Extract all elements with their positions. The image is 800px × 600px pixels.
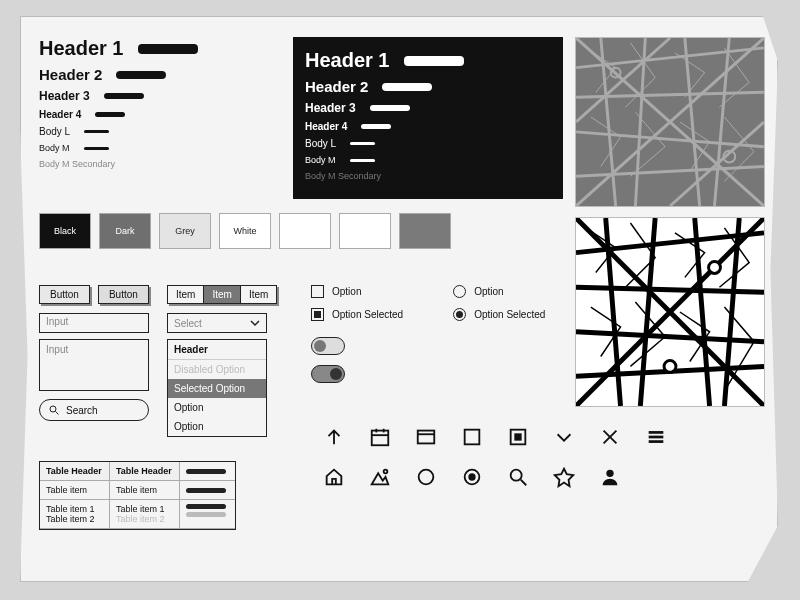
- segment-item[interactable]: Item: [204, 286, 240, 303]
- option-label: Option Selected: [332, 309, 403, 320]
- select-placeholder: Select: [174, 318, 202, 329]
- button-default[interactable]: Button: [39, 285, 90, 304]
- calendar-icon: [369, 426, 391, 448]
- listbox-header: Header: [168, 340, 266, 360]
- segment-item[interactable]: Item: [168, 286, 204, 303]
- input-placeholder: Input: [46, 316, 68, 327]
- map-grey: [575, 37, 765, 207]
- color-swatch[interactable]: Dark: [99, 213, 151, 249]
- scribble-icon: [186, 488, 226, 493]
- scribble-icon: [138, 44, 198, 54]
- svg-point-30: [664, 360, 676, 372]
- option-label: Option: [332, 286, 361, 297]
- svg-rect-8: [465, 430, 480, 445]
- square-icon: [461, 426, 483, 448]
- radio-checked[interactable]: [453, 308, 466, 321]
- listbox-option[interactable]: Option: [168, 417, 266, 436]
- svg-point-24: [606, 470, 613, 477]
- scribble-icon: [95, 112, 125, 117]
- checkbox-checked[interactable]: [311, 308, 324, 321]
- table-header: Table Header: [110, 462, 180, 481]
- table-cell: Table item 1 Table item 2: [110, 500, 180, 529]
- svg-rect-6: [418, 431, 435, 444]
- textarea-input[interactable]: Input: [39, 339, 149, 391]
- scribble-icon: [84, 130, 109, 133]
- radio-unchecked[interactable]: [453, 285, 466, 298]
- body-secondary-label: Body M Secondary: [39, 159, 115, 169]
- body-m-label: Body M: [39, 143, 70, 153]
- icon-grid: [311, 417, 679, 497]
- toggle-on[interactable]: [311, 365, 345, 383]
- svg-point-18: [419, 470, 434, 485]
- image-icon: [369, 466, 391, 488]
- svg-point-17: [384, 470, 388, 474]
- listbox: Header Disabled OptionSelected OptionOpt…: [167, 339, 267, 437]
- color-swatch[interactable]: Black: [39, 213, 91, 249]
- scribble-icon: [104, 93, 144, 99]
- svg-rect-10: [514, 433, 521, 440]
- table-header: Table Header: [40, 462, 110, 481]
- menu-icon: [645, 426, 667, 448]
- color-swatch[interactable]: [279, 213, 331, 249]
- color-swatches: BlackDarkGreyWhite: [39, 213, 451, 249]
- options-group: Option Option Selected Option Option Sel…: [311, 285, 545, 321]
- search-input[interactable]: Search: [39, 399, 149, 421]
- arrow-up-icon: [323, 426, 345, 448]
- svg-marker-23: [555, 469, 573, 486]
- scribble-icon: [404, 56, 464, 66]
- segmented-control[interactable]: ItemItemItem: [167, 285, 277, 304]
- h4-label: Header 4: [305, 121, 347, 132]
- map-bw: [575, 217, 765, 407]
- scribble-icon: [186, 512, 226, 517]
- color-swatch[interactable]: White: [219, 213, 271, 249]
- svg-point-29: [709, 262, 721, 274]
- segment-item[interactable]: Item: [241, 286, 276, 303]
- scribble-icon: [84, 147, 109, 150]
- svg-marker-16: [372, 473, 389, 484]
- window-icon: [415, 426, 437, 448]
- listbox-option: Disabled Option: [168, 360, 266, 379]
- h2-label: Header 2: [305, 78, 368, 95]
- scribble-icon: [186, 469, 226, 474]
- text-input[interactable]: Input: [39, 313, 149, 333]
- square-filled-icon: [507, 426, 529, 448]
- h2-label: Header 2: [39, 66, 102, 83]
- color-swatch[interactable]: [399, 213, 451, 249]
- color-swatch[interactable]: Grey: [159, 213, 211, 249]
- search-icon: [48, 404, 60, 416]
- toggle-off[interactable]: [311, 337, 345, 355]
- typography-dark: Header 1 Header 2 Header 3 Header 4 Body…: [293, 37, 563, 199]
- star-icon: [553, 466, 575, 488]
- h3-label: Header 3: [305, 101, 356, 115]
- scribble-icon: [186, 504, 226, 509]
- close-icon: [599, 426, 621, 448]
- checkbox-unchecked[interactable]: [311, 285, 324, 298]
- svg-rect-2: [372, 431, 389, 446]
- body-m-label: Body M: [305, 155, 336, 165]
- table-cell: Table item: [40, 481, 110, 500]
- typography-light: Header 1 Header 2 Header 3 Header 4 Body…: [39, 37, 279, 175]
- svg-line-22: [521, 480, 527, 486]
- textarea-placeholder: Input: [46, 344, 68, 355]
- listbox-option[interactable]: Option: [168, 398, 266, 417]
- scribble-icon: [361, 124, 391, 129]
- home-icon: [323, 466, 345, 488]
- table-cell-text: Table item 1: [46, 504, 103, 514]
- option-label: Option: [474, 286, 503, 297]
- listbox-option[interactable]: Selected Option: [168, 379, 266, 398]
- table-cell: Table item: [110, 481, 180, 500]
- table-header: [180, 462, 235, 481]
- radio-on-icon: [461, 466, 483, 488]
- button-hover[interactable]: Button: [98, 285, 149, 304]
- body-secondary-label: Body M Secondary: [305, 171, 381, 181]
- scribble-icon: [370, 105, 410, 111]
- color-swatch[interactable]: [339, 213, 391, 249]
- scribble-icon: [116, 71, 166, 79]
- select-input[interactable]: Select: [167, 313, 267, 333]
- search-icon: [507, 466, 529, 488]
- h4-label: Header 4: [39, 109, 81, 120]
- search-placeholder: Search: [66, 405, 98, 416]
- table-cell: [180, 500, 235, 529]
- svg-point-20: [468, 473, 475, 480]
- chevron-down-icon: [553, 426, 575, 448]
